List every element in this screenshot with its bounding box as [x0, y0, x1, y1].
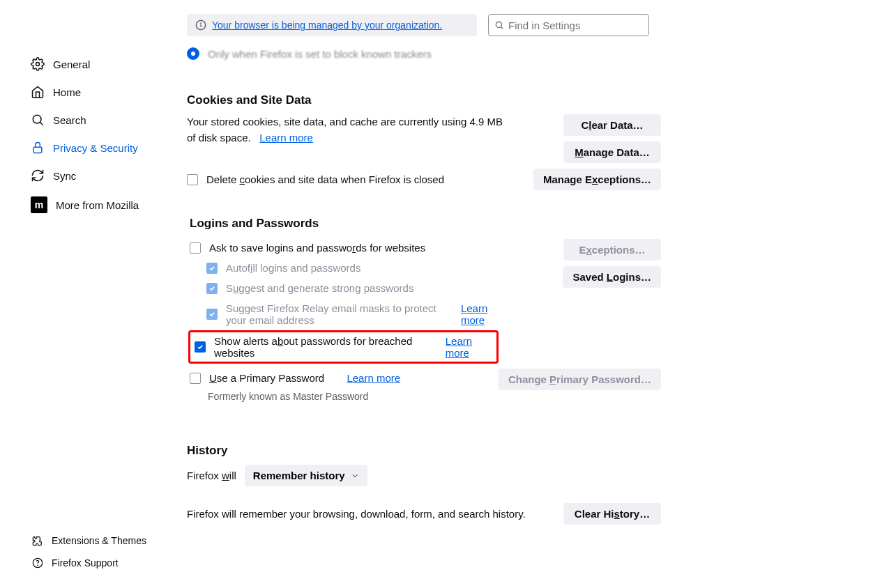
sidebar-item-label: More from Mozilla [56, 199, 139, 211]
autofill-label: Autofill logins and passwords [226, 262, 360, 274]
history-section: History Firefox will Remember history Fi… [187, 444, 661, 525]
bottom-link-label: Firefox Support [52, 557, 119, 568]
settings-main: Your browser is being managed by your or… [173, 0, 889, 588]
primary-learn-link[interactable]: Learn more [347, 372, 400, 384]
primary-pw-label: Use a Primary Password [209, 372, 324, 384]
relay-row: Suggest Firefox Relay email masks to pro… [190, 298, 499, 330]
radio-selected-icon[interactable] [187, 47, 199, 60]
cookies-heading: Cookies and Site Data [187, 93, 661, 107]
checkbox-checked-icon[interactable] [195, 341, 206, 353]
sync-icon [31, 169, 45, 183]
org-banner-link[interactable]: Your browser is being managed by your or… [212, 20, 442, 31]
checkbox-unchecked-icon[interactable] [187, 174, 198, 185]
suggest-label: Suggest and generate strong passwords [226, 282, 413, 294]
manage-exceptions-button[interactable]: Manage Exceptions… [533, 169, 661, 190]
extensions-link[interactable]: Extensions & Themes [0, 529, 173, 552]
search-icon [31, 113, 45, 127]
history-mode-select[interactable]: Remember history [245, 465, 367, 486]
primary-pw-row[interactable]: Use a Primary Password Learn more [190, 368, 499, 388]
formerly-text: Formerly known as Master Password [190, 391, 499, 402]
checkbox-unchecked-icon[interactable] [190, 373, 201, 384]
settings-sidebar: General Home Search Privacy & Security [0, 0, 173, 588]
checkbox-checked-icon [206, 309, 218, 320]
svg-point-1 [33, 115, 41, 123]
manage-data-button[interactable]: Manage Data… [563, 141, 661, 163]
sidebar-item-privacy[interactable]: Privacy & Security [0, 134, 173, 162]
checkbox-checked-icon [206, 283, 218, 294]
chevron-down-icon [351, 472, 359, 480]
autofill-row: Autofill logins and passwords [190, 258, 499, 278]
cutoff-radio-row: Only when Firefox is set to block known … [187, 42, 661, 67]
svg-point-4 [38, 565, 38, 566]
relay-learn-link[interactable]: Learn more [461, 302, 499, 326]
delete-cookies-label: Delete cookies and site data when Firefo… [206, 173, 444, 185]
sidebar-item-label: General [53, 59, 90, 70]
cutoff-label: Only when Firefox is set to block known … [208, 48, 432, 60]
checkbox-unchecked-icon[interactable] [190, 242, 201, 254]
sidebar-item-sync[interactable]: Sync [0, 162, 173, 189]
logins-section: Logins and Passwords Ask to save logins … [187, 217, 661, 402]
svg-point-6 [201, 23, 202, 24]
info-icon [195, 20, 206, 31]
breach-highlight: Show alerts about passwords for breached… [188, 330, 499, 364]
history-desc: Firefox will remember your browsing, dow… [187, 508, 526, 520]
sidebar-item-search[interactable]: Search [0, 106, 173, 134]
history-label: Firefox will [187, 470, 236, 481]
history-heading: History [187, 444, 661, 458]
cookies-learn-link[interactable]: Learn more [259, 132, 313, 144]
cookies-desc: Your stored cookies, site data, and cach… [187, 114, 508, 146]
sidebar-item-label: Home [53, 86, 81, 98]
sidebar-item-label: Sync [53, 170, 76, 182]
breach-learn-link[interactable]: Learn more [446, 335, 492, 359]
search-icon [494, 20, 504, 30]
ask-save-row[interactable]: Ask to save logins and passwords for web… [190, 238, 499, 258]
clear-data-button[interactable]: Clear Data… [563, 114, 661, 136]
search-input[interactable] [508, 20, 643, 31]
sidebar-item-home[interactable]: Home [0, 78, 173, 106]
svg-point-7 [496, 22, 501, 27]
org-banner: Your browser is being managed by your or… [187, 14, 477, 36]
logins-exceptions-button: Exceptions… [563, 239, 661, 261]
search-settings[interactable] [488, 14, 649, 36]
bottom-link-label: Extensions & Themes [52, 535, 146, 546]
sidebar-item-label: Search [53, 114, 86, 126]
puzzle-icon [32, 535, 43, 546]
logins-heading: Logins and Passwords [187, 217, 661, 231]
cookies-section: Cookies and Site Data Your stored cookie… [187, 93, 661, 190]
sidebar-item-general[interactable]: General [0, 50, 173, 78]
checkbox-checked-icon [206, 263, 218, 274]
mozilla-icon: m [31, 196, 47, 213]
change-primary-button: Change Primary Password… [499, 369, 661, 390]
breach-label: Show alerts about passwords for breached… [214, 335, 426, 359]
svg-rect-2 [33, 147, 42, 153]
delete-cookies-row[interactable]: Delete cookies and site data when Firefo… [187, 169, 444, 189]
sidebar-item-mozilla[interactable]: m More from Mozilla [0, 189, 173, 220]
sidebar-item-label: Privacy & Security [53, 142, 138, 154]
home-icon [31, 85, 45, 99]
clear-history-button[interactable]: Clear History… [563, 503, 661, 525]
saved-logins-button[interactable]: Saved Logins… [563, 266, 661, 288]
gear-icon [31, 57, 45, 71]
help-icon [32, 557, 43, 568]
lock-icon [31, 141, 45, 155]
relay-label: Suggest Firefox Relay email masks to pro… [226, 302, 439, 326]
support-link[interactable]: Firefox Support [0, 552, 173, 574]
suggest-row: Suggest and generate strong passwords [190, 278, 499, 298]
ask-save-label: Ask to save logins and passwords for web… [209, 242, 425, 254]
svg-point-0 [36, 63, 40, 66]
